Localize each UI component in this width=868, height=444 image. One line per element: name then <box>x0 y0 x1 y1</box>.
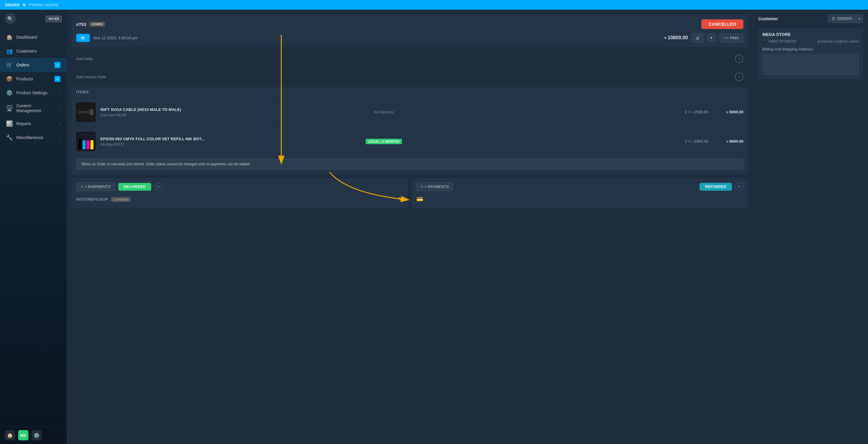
customer-title: Customer <box>758 16 778 21</box>
ms-badge[interactable]: MS <box>18 430 28 440</box>
order-label: ORDER <box>5 3 20 7</box>
nav-arrow-icon: › <box>59 122 61 126</box>
nav-add-button[interactable]: + <box>55 76 61 82</box>
orders-label: ORDERS <box>837 16 852 21</box>
add-invoice-note-label: Add Invoice Note <box>76 75 106 79</box>
sidebar-item-content-management[interactable]: 🖥️ Content Management › <box>0 100 66 117</box>
items-section: ITEMS 50FT SVGA CABLE (HD15 MALE TO MALE… <box>71 87 748 174</box>
payments-label: + PAYMENTS <box>425 184 449 189</box>
nav-add-button[interactable]: + <box>55 62 61 68</box>
ink-image <box>77 132 95 150</box>
customer-email: josephine.roy@xen.works <box>817 39 859 43</box>
payments-refresh-button[interactable]: ↻ <box>735 182 743 191</box>
sidebar-item-miscellaneous[interactable]: 🔧 Miscellaneous › <box>0 131 66 144</box>
print-button[interactable]: 🖨 <box>691 33 704 42</box>
orders-icon: ☰ <box>832 16 835 21</box>
sidebar-item-reports[interactable]: 📊 Reports › <box>0 117 66 131</box>
add-invoice-note-button[interactable]: + <box>735 72 743 81</box>
nav-arrow-icon: › <box>59 106 61 110</box>
settings-icon-button[interactable]: ⚙️ <box>31 430 42 440</box>
dashboard-nav-icon: 🏠 <box>6 34 13 40</box>
payments-card: + + PAYMENTS REFUNDED ↻ 💳 <box>412 178 748 209</box>
sidebar-item-products[interactable]: 📦 Products + <box>0 72 66 86</box>
billing-section: Billing and Shipping Address <box>763 47 859 75</box>
sidebar: 🔍 বাংলা EN 🏠 Dashboard 👥 Customers 🛒 Ord… <box>0 10 66 444</box>
add-payments-button[interactable]: + + PAYMENTS <box>416 182 453 191</box>
item-info: 50FT SVGA CABLE (HD15 MALE TO MALE) Cab-… <box>100 107 369 117</box>
payments-header: + + PAYMENTS REFUNDED ↻ <box>416 182 743 191</box>
reports-nav-icon: 📊 <box>6 120 13 127</box>
cancel-tooltip: When an Order is canceled and refund, Or… <box>76 159 743 170</box>
instore-row: INSTOREPICKUP Cancelled ✏️ <box>76 195 403 204</box>
rma-button[interactable]: + + RMA <box>719 34 743 42</box>
refunded-badge: REFUNDED <box>700 183 732 191</box>
item-total: ৳ 5800.00 <box>713 139 743 144</box>
sidebar-item-label: Dashboard <box>16 35 61 40</box>
products-nav-icon: 📦 <box>6 75 13 82</box>
plus-icon: + <box>81 184 83 189</box>
edit-icon[interactable]: ✏️ <box>398 197 403 202</box>
order-header-row2: ID Nov 12 2024, 3:36:54 pm ৳ 10800.00 🖨 … <box>76 33 743 42</box>
top-bar: ORDER ↻ Fetched recently <box>0 0 868 10</box>
item-qty: 2 × ৳ 2500.00 <box>672 110 708 114</box>
admin-badge: ADMIN <box>89 22 105 27</box>
cable-image <box>77 103 95 121</box>
fetched-label: Fetched recently <box>29 3 59 7</box>
shipments-label: + SHIPMENTS <box>84 184 111 189</box>
orders-button[interactable]: ☰ ORDERS <box>828 14 856 23</box>
order-header-card: #753 ADMIN CANCELLED ID Nov 12 2024, 3:3… <box>71 14 748 47</box>
orders-nav-icon: 🛒 <box>6 62 13 68</box>
item-sku: Cab-Gen-94349 <box>100 113 369 117</box>
customer-info-card: MEGA STORE 📱 +8801767366293 josephine.ro… <box>758 28 863 79</box>
customer-name: MEGA STORE <box>763 32 859 37</box>
item-sku: Ink-Eps-80372 <box>100 142 361 146</box>
search-button[interactable]: 🔍 <box>5 13 16 24</box>
customer-panel: Customer ☰ ORDERS ▾ MEGA STORE 📱 +880176… <box>753 10 868 444</box>
items-header: ITEMS <box>71 87 748 98</box>
item-thumbnail <box>76 102 96 122</box>
sidebar-item-label: Reports <box>16 121 56 126</box>
order-header-row1: #753 ADMIN CANCELLED <box>76 19 743 29</box>
sidebar-item-customers[interactable]: 👥 Customers <box>0 44 66 58</box>
nav-items: 🏠 Dashboard 👥 Customers 🛒 Orders + 📦 Pro… <box>0 28 66 426</box>
billing-title: Billing and Shipping Address <box>763 47 859 52</box>
order-number: #753 <box>76 22 86 27</box>
add-note-row[interactable]: Add Note + <box>71 51 748 67</box>
add-invoice-note-row[interactable]: Add Invoice Note + <box>71 69 748 84</box>
orders-dropdown-button[interactable]: ▾ <box>856 15 863 23</box>
add-note-button[interactable]: + <box>735 55 743 63</box>
add-shipments-button[interactable]: + + SHIPMENTS <box>76 182 115 191</box>
shipments-header: + + SHIPMENTS DELIVERED ↻ <box>76 182 403 191</box>
billing-address-box <box>763 54 859 75</box>
sidebar-item-label: Orders <box>16 63 51 67</box>
refresh-icon[interactable]: ↻ <box>23 3 26 7</box>
id-button[interactable]: ID <box>76 34 90 42</box>
customer-contact-row: 📱 +8801767366293 josephine.roy@xen.works <box>763 39 859 43</box>
item-thumbnail <box>76 132 96 151</box>
table-row: EPSON 003 CMYK FULL COLOR SET REFILL INK… <box>71 127 748 156</box>
dropdown-button[interactable]: ▾ <box>707 34 716 42</box>
miscellaneous-nav-icon: 🔧 <box>6 134 13 141</box>
sidebar-item-dashboard[interactable]: 🏠 Dashboard <box>0 30 66 44</box>
sidebar-item-product-settings[interactable]: ⚙️ Product Settings › <box>0 86 66 100</box>
home-icon-button[interactable]: 🏠 <box>5 430 15 440</box>
sidebar-item-label: Miscellaneous <box>16 135 56 140</box>
sidebar-item-label: Product Settings <box>16 90 56 95</box>
orders-btn-group: ☰ ORDERS ▾ <box>828 14 863 23</box>
content-management-nav-icon: 🖥️ <box>6 105 13 111</box>
instore-label: INSTOREPICKUP <box>76 197 108 202</box>
sidebar-item-label: Products <box>16 76 51 81</box>
item-qty: 2 × ৳ 2900.00 <box>672 139 708 144</box>
order-amount: ৳ 10800.00 <box>664 35 688 40</box>
customers-nav-icon: 👥 <box>6 48 13 55</box>
order-date: Nov 12 2024, 3:36:54 pm <box>93 36 661 40</box>
sidebar-item-orders[interactable]: 🛒 Orders + <box>0 58 66 72</box>
main-layout: 🔍 বাংলা EN 🏠 Dashboard 👥 Customers 🛒 Ord… <box>0 10 868 444</box>
plus-icon: + <box>421 184 424 189</box>
shipments-refresh-button[interactable]: ↻ <box>154 182 163 191</box>
sidebar-item-label: Content Management <box>16 103 56 113</box>
nav-arrow-icon: › <box>59 136 61 139</box>
cancelled-button[interactable]: CANCELLED <box>701 19 743 29</box>
language-badge[interactable]: বাংলা EN <box>46 16 62 22</box>
shipments-card: + + SHIPMENTS DELIVERED ↻ INSTOREPICKUP … <box>71 178 408 209</box>
